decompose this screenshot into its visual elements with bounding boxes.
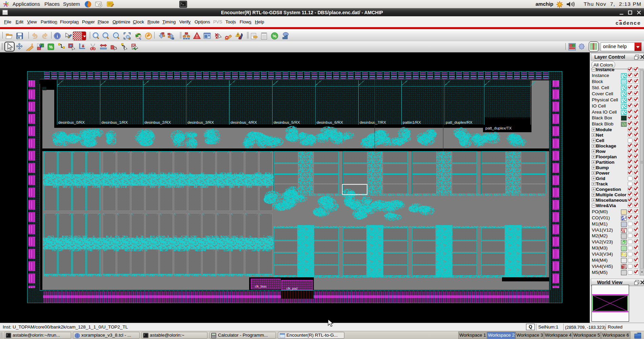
svg-text:clk_pad: clk_pad — [286, 286, 298, 290]
svg-text:%: % — [49, 45, 53, 49]
svg-text:desinbus_3/RX: desinbus_3/RX — [187, 120, 214, 124]
svg-text:%: % — [273, 34, 277, 39]
svg-text:desinbus_0/RX: desinbus_0/RX — [58, 120, 85, 124]
svg-text:pattin1/RX: pattin1/RX — [403, 120, 421, 124]
svg-text:clk_bias: clk_bias — [255, 284, 267, 288]
svg-text:desinbus_2/RX: desinbus_2/RX — [144, 120, 171, 124]
svg-text:desinbus_5/RX: desinbus_5/RX — [274, 120, 300, 124]
svg-text:cadence: cadence — [616, 21, 641, 26]
svg-text:desinbus_1/RX: desinbus_1/RX — [101, 120, 128, 124]
svg-text:desinbus_7/RX: desinbus_7/RX — [360, 120, 386, 124]
svg-text:i: i — [57, 34, 58, 39]
svg-text:desinbus_4/RX: desinbus_4/RX — [230, 120, 257, 124]
svg-text:patt_duplex/TX: patt_duplex/TX — [485, 126, 512, 130]
svg-text:patt_duplex/RX: patt_duplex/RX — [446, 120, 472, 124]
svg-text:desinbus_6/RX: desinbus_6/RX — [317, 120, 343, 124]
